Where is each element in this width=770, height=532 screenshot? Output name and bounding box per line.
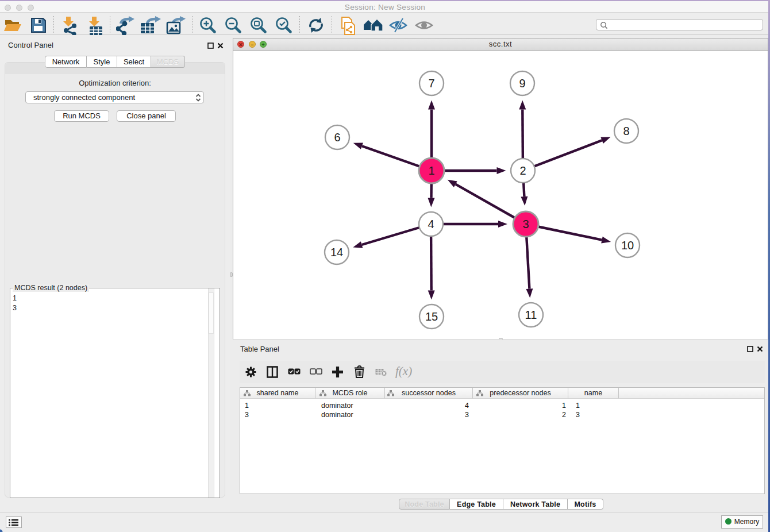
- svg-text:14: 14: [330, 246, 343, 259]
- svg-text:2: 2: [519, 164, 526, 177]
- svg-text:8: 8: [623, 125, 629, 137]
- svg-text:7: 7: [428, 77, 434, 90]
- svg-text:6: 6: [334, 131, 340, 144]
- svg-text:11: 11: [525, 309, 537, 321]
- svg-text:4: 4: [428, 218, 434, 230]
- svg-text:10: 10: [621, 239, 634, 252]
- svg-text:3: 3: [522, 218, 529, 230]
- svg-text:9: 9: [519, 77, 525, 90]
- svg-text:15: 15: [425, 310, 438, 323]
- svg-text:1: 1: [428, 164, 434, 177]
